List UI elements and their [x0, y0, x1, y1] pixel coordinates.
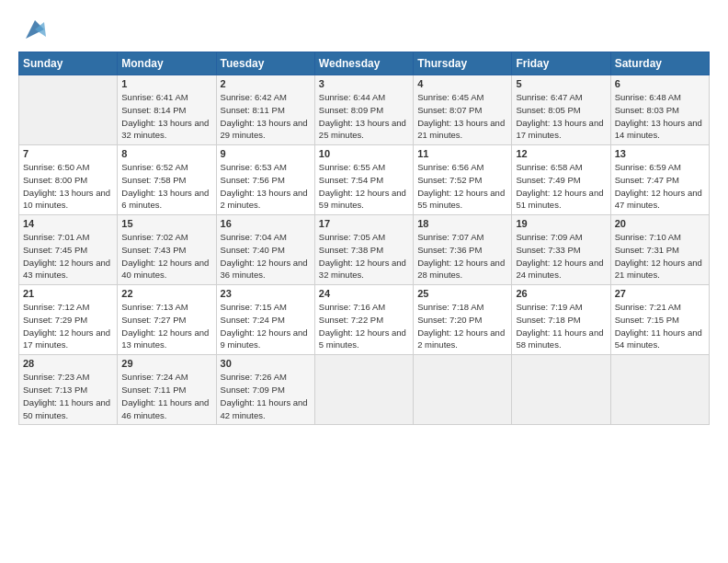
calendar-week-row: 14Sunrise: 7:01 AMSunset: 7:45 PMDayligh…: [19, 215, 710, 285]
daylight-text: Daylight: 12 hours and 32 minutes.: [319, 257, 409, 282]
sunset-text: Sunset: 7:54 PM: [319, 174, 409, 187]
daylight-text: Daylight: 13 hours and 17 minutes.: [516, 117, 606, 143]
day-number: 20: [615, 218, 705, 229]
sunrise-text: Sunrise: 6:41 AM: [121, 91, 211, 104]
sunset-text: Sunset: 7:09 PM: [221, 384, 311, 396]
daylight-text: Daylight: 12 hours and 13 minutes.: [121, 327, 211, 352]
sunrise-text: Sunrise: 6:59 AM: [615, 161, 705, 174]
calendar-cell: 16Sunrise: 7:04 AMSunset: 7:40 PMDayligh…: [216, 215, 314, 285]
daylight-text: Daylight: 12 hours and 28 minutes.: [417, 257, 507, 282]
day-number: 11: [417, 148, 507, 159]
sunrise-text: Sunrise: 6:50 AM: [23, 161, 113, 174]
daylight-text: Daylight: 12 hours and 17 minutes.: [23, 327, 113, 352]
sunrise-text: Sunrise: 7:19 AM: [516, 301, 606, 314]
sunset-text: Sunset: 7:38 PM: [319, 244, 409, 257]
day-number: 23: [221, 288, 311, 299]
daylight-text: Daylight: 12 hours and 9 minutes.: [221, 327, 311, 352]
sunset-text: Sunset: 7:58 PM: [121, 174, 211, 187]
day-number: 6: [615, 78, 705, 89]
daylight-text: Daylight: 11 hours and 46 minutes.: [121, 396, 211, 422]
sunrise-text: Sunrise: 7:05 AM: [319, 231, 409, 244]
calendar-cell: 14Sunrise: 7:01 AMSunset: 7:45 PMDayligh…: [19, 215, 118, 285]
day-number: 22: [121, 288, 211, 299]
sunset-text: Sunset: 7:52 PM: [417, 174, 507, 187]
day-number: 15: [121, 218, 211, 229]
sunset-text: Sunset: 7:43 PM: [121, 244, 211, 257]
daylight-text: Daylight: 11 hours and 50 minutes.: [23, 396, 113, 422]
sunset-text: Sunset: 7:27 PM: [121, 314, 211, 327]
sunset-text: Sunset: 7:24 PM: [221, 314, 311, 327]
sunrise-text: Sunrise: 6:48 AM: [615, 91, 705, 104]
day-number: 16: [221, 218, 311, 229]
sunset-text: Sunset: 8:09 PM: [319, 104, 409, 117]
sunrise-text: Sunrise: 6:52 AM: [121, 161, 211, 174]
day-number: 7: [23, 148, 113, 159]
daylight-text: Daylight: 11 hours and 54 minutes.: [615, 327, 705, 352]
day-number: 3: [319, 78, 409, 89]
calendar-cell: 22Sunrise: 7:13 AMSunset: 7:27 PMDayligh…: [118, 285, 216, 355]
daylight-text: Daylight: 12 hours and 21 minutes.: [615, 257, 705, 282]
day-number: 24: [319, 288, 409, 299]
sunset-text: Sunset: 7:47 PM: [615, 174, 705, 187]
day-number: 9: [221, 148, 311, 159]
sunrise-text: Sunrise: 6:58 AM: [516, 161, 606, 174]
sunrise-text: Sunrise: 7:09 AM: [516, 231, 606, 244]
logo-icon: [22, 17, 48, 42]
sunset-text: Sunset: 7:33 PM: [516, 244, 606, 257]
sunrise-text: Sunrise: 7:18 AM: [417, 301, 507, 314]
calendar-week-row: 7Sunrise: 6:50 AMSunset: 8:00 PMDaylight…: [19, 145, 710, 215]
col-header-wednesday: Wednesday: [314, 52, 413, 75]
calendar-cell: 4Sunrise: 6:45 AMSunset: 8:07 PMDaylight…: [414, 75, 512, 145]
sunset-text: Sunset: 7:13 PM: [23, 384, 113, 396]
calendar-cell: 23Sunrise: 7:15 AMSunset: 7:24 PMDayligh…: [216, 285, 314, 355]
sunset-text: Sunset: 8:07 PM: [417, 104, 507, 117]
day-number: 13: [615, 148, 705, 159]
calendar-cell: 6Sunrise: 6:48 AMSunset: 8:03 PMDaylight…: [610, 75, 709, 145]
daylight-text: Daylight: 11 hours and 42 minutes.: [221, 396, 311, 422]
sunrise-text: Sunrise: 7:01 AM: [23, 231, 113, 244]
day-number: 12: [516, 148, 606, 159]
day-number: 26: [516, 288, 606, 299]
sunrise-text: Sunrise: 7:24 AM: [121, 371, 211, 384]
sunset-text: Sunset: 7:56 PM: [221, 174, 311, 187]
day-number: 10: [319, 148, 409, 159]
day-number: 19: [516, 218, 606, 229]
daylight-text: Daylight: 13 hours and 21 minutes.: [417, 117, 507, 143]
sunset-text: Sunset: 7:20 PM: [417, 314, 507, 327]
daylight-text: Daylight: 13 hours and 2 minutes.: [221, 187, 311, 213]
calendar-cell: 17Sunrise: 7:05 AMSunset: 7:38 PMDayligh…: [314, 215, 413, 285]
sunset-text: Sunset: 7:15 PM: [615, 314, 705, 327]
sunset-text: Sunset: 7:31 PM: [615, 244, 705, 257]
day-number: 14: [23, 218, 113, 229]
sunset-text: Sunset: 8:11 PM: [221, 104, 311, 117]
day-number: 25: [417, 288, 507, 299]
calendar-cell: [610, 355, 709, 425]
sunset-text: Sunset: 7:18 PM: [516, 314, 606, 327]
sunrise-text: Sunrise: 6:42 AM: [221, 91, 311, 104]
daylight-text: Daylight: 12 hours and 40 minutes.: [121, 257, 211, 282]
sunrise-text: Sunrise: 7:23 AM: [23, 371, 113, 384]
calendar-cell: [314, 355, 413, 425]
calendar-cell: [19, 75, 118, 145]
calendar-cell: 25Sunrise: 7:18 AMSunset: 7:20 PMDayligh…: [414, 285, 512, 355]
daylight-text: Daylight: 12 hours and 59 minutes.: [319, 187, 409, 213]
calendar-cell: 3Sunrise: 6:44 AMSunset: 8:09 PMDaylight…: [314, 75, 413, 145]
calendar-week-row: 21Sunrise: 7:12 AMSunset: 7:29 PMDayligh…: [19, 285, 710, 355]
col-header-saturday: Saturday: [610, 52, 709, 75]
sunrise-text: Sunrise: 6:53 AM: [221, 161, 311, 174]
header: [18, 17, 710, 42]
sunrise-text: Sunrise: 7:16 AM: [319, 301, 409, 314]
daylight-text: Daylight: 13 hours and 25 minutes.: [319, 117, 409, 143]
day-number: 1: [121, 78, 211, 89]
sunrise-text: Sunrise: 7:02 AM: [121, 231, 211, 244]
day-number: 21: [23, 288, 113, 299]
daylight-text: Daylight: 13 hours and 14 minutes.: [615, 117, 705, 143]
calendar-cell: 27Sunrise: 7:21 AMSunset: 7:15 PMDayligh…: [610, 285, 709, 355]
daylight-text: Daylight: 12 hours and 5 minutes.: [319, 327, 409, 352]
sunrise-text: Sunrise: 7:10 AM: [615, 231, 705, 244]
calendar-header-row: SundayMondayTuesdayWednesdayThursdayFrid…: [19, 52, 710, 75]
day-number: 18: [417, 218, 507, 229]
sunrise-text: Sunrise: 7:15 AM: [221, 301, 311, 314]
daylight-text: Daylight: 12 hours and 43 minutes.: [23, 257, 113, 282]
col-header-thursday: Thursday: [414, 52, 512, 75]
